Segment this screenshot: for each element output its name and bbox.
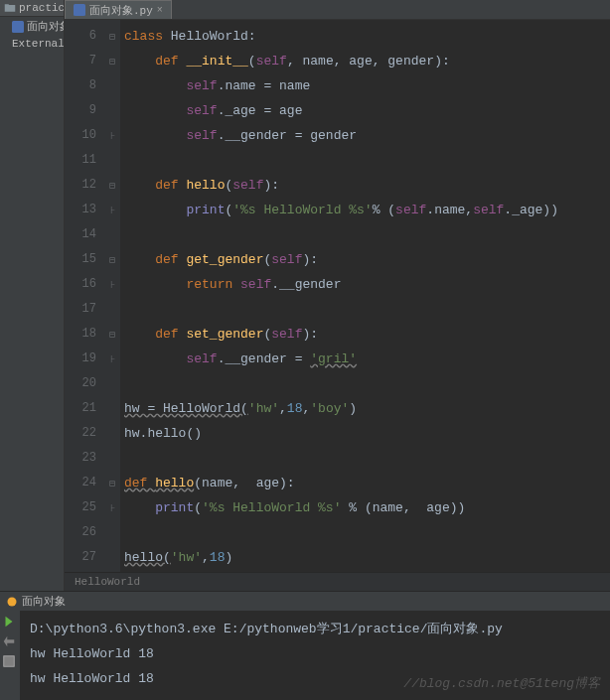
svg-point-2	[8, 597, 17, 606]
console-toolbar	[0, 611, 20, 700]
run-tab-label: 面向对象	[22, 594, 66, 609]
python-file-icon	[12, 21, 24, 33]
console-line: hw HelloWorld 18	[30, 641, 600, 666]
fold-open-icon[interactable]: ⊟	[104, 322, 120, 347]
sidebar-file-item[interactable]: 面向对象	[0, 17, 64, 36]
watermark: //blog.csdn.net@51teng博客	[403, 674, 600, 692]
rerun-icon[interactable]	[2, 615, 16, 629]
fold-end-icon: ⊦	[104, 123, 120, 148]
python-file-icon	[74, 4, 85, 16]
fold-end-icon: ⊦	[104, 272, 120, 297]
fold-open-icon[interactable]: ⊟	[104, 471, 120, 495]
console: D:\python3.6\python3.exe E:/pythonweb学习1…	[0, 611, 610, 700]
fold-end-icon: ⊦	[104, 347, 120, 371]
fold-open-icon[interactable]: ⊟	[104, 49, 120, 73]
editor[interactable]: 6 7 8 9 10 11 12 13 14 15 16 17 18 19 20…	[65, 20, 610, 572]
svg-rect-0	[12, 21, 24, 33]
close-icon[interactable]: ×	[157, 5, 163, 16]
svg-rect-3	[4, 656, 15, 667]
editor-tab[interactable]: 面向对象.py ×	[65, 0, 172, 19]
sidebar-external-libs[interactable]: External Lib	[0, 36, 64, 52]
fold-end-icon: ⊦	[104, 198, 120, 222]
project-root[interactable]: practice	[0, 0, 64, 17]
code-area[interactable]: class HelloWorld: def __init__(self, nam…	[120, 20, 610, 572]
layout-icon[interactable]	[2, 654, 16, 668]
python-icon	[6, 596, 18, 608]
fold-open-icon[interactable]: ⊟	[104, 173, 120, 198]
folder-icon	[4, 2, 16, 14]
stop-icon[interactable]	[2, 634, 16, 648]
console-line: D:\python3.6\python3.exe E:/pythonweb学习1…	[30, 617, 600, 641]
tab-bar: 面向对象.py ×	[65, 0, 610, 20]
sidebar-item-label: External Lib	[12, 38, 65, 50]
tab-label: 面向对象.py	[89, 3, 153, 18]
line-gutter: 6 7 8 9 10 11 12 13 14 15 16 17 18 19 20…	[65, 20, 104, 572]
project-name-label: practice	[19, 2, 65, 14]
fold-end-icon: ⊦	[104, 495, 120, 520]
breadcrumb[interactable]: HelloWorld	[65, 572, 610, 591]
svg-rect-1	[74, 4, 85, 16]
sidebar-item-label: 面向对象	[27, 19, 65, 34]
console-output[interactable]: D:\python3.6\python3.exe E:/pythonweb学习1…	[20, 611, 610, 700]
fold-open-icon[interactable]: ⊟	[104, 247, 120, 272]
project-sidebar: practice 面向对象 External Lib	[0, 0, 65, 591]
fold-gutter: ⊟ ⊟ ⊦ ⊟ ⊦ ⊟ ⊦ ⊟ ⊦ ⊟ ⊦	[104, 20, 120, 572]
run-tab[interactable]: 面向对象	[0, 591, 610, 611]
fold-open-icon[interactable]: ⊟	[104, 24, 120, 49]
